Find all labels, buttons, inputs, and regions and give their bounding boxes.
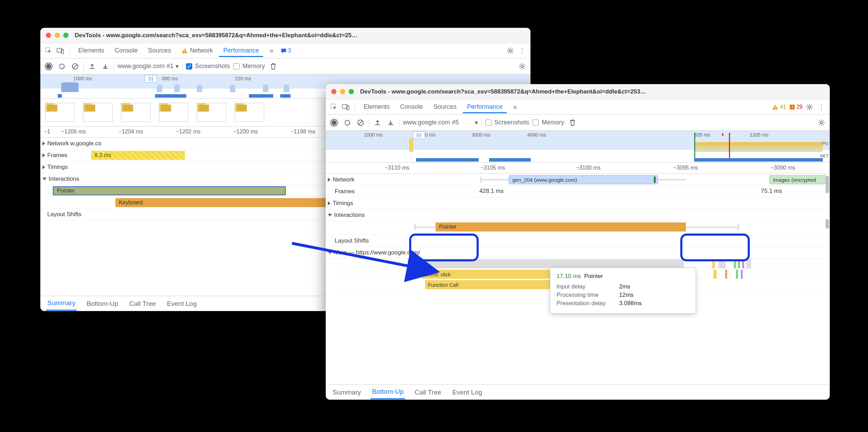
disclosure-right-icon[interactable] bbox=[42, 141, 45, 146]
settings-icon[interactable] bbox=[817, 118, 826, 128]
issues-badge[interactable]: 3 bbox=[281, 48, 291, 54]
interaction-pointer-bar[interactable]: Pointer bbox=[436, 222, 686, 231]
tab-bottom-up[interactable]: Bottom-Up bbox=[371, 385, 405, 399]
interaction-pointer-bar[interactable]: Pointer bbox=[53, 186, 286, 195]
track-interactions[interactable]: Interactions bbox=[326, 209, 830, 221]
time-axis[interactable]: −3110 ms −3105 ms −3100 ms −3095 ms −309… bbox=[326, 163, 830, 174]
flame-tiny[interactable] bbox=[746, 259, 751, 268]
inspect-element-icon[interactable] bbox=[44, 46, 54, 56]
tab-network[interactable]: Network bbox=[177, 44, 217, 57]
flame-paint[interactable] bbox=[734, 259, 736, 268]
flame-layout[interactable] bbox=[408, 259, 410, 268]
tab-summary[interactable]: Summary bbox=[46, 296, 77, 311]
screenshots-toggle[interactable]: ✓ Screenshots bbox=[186, 63, 230, 70]
minimize-icon[interactable] bbox=[55, 33, 60, 38]
record-button[interactable] bbox=[44, 62, 54, 71]
frame-bar[interactable]: 8.3 ms bbox=[91, 151, 185, 160]
reload-record-button[interactable] bbox=[57, 62, 67, 71]
clear-button[interactable] bbox=[356, 118, 365, 128]
track-network[interactable]: Network gen_204 (www.google.com) images … bbox=[326, 174, 830, 186]
maximize-icon[interactable] bbox=[63, 33, 68, 38]
range-handle[interactable] bbox=[145, 75, 157, 83]
flame-tiny[interactable] bbox=[712, 259, 715, 268]
vertical-scrollbar[interactable] bbox=[826, 176, 829, 193]
device-toggle-icon[interactable] bbox=[56, 46, 65, 56]
screenshots-toggle[interactable]: Screenshots bbox=[485, 119, 529, 126]
tab-elements[interactable]: Elements bbox=[74, 44, 108, 57]
screenshot-thumb[interactable] bbox=[121, 103, 151, 122]
disclosure-down-icon[interactable] bbox=[42, 178, 47, 180]
range-handle[interactable] bbox=[413, 131, 425, 139]
memory-toggle[interactable]: Memory bbox=[233, 63, 265, 70]
reload-record-button[interactable] bbox=[342, 118, 352, 128]
trash-icon[interactable] bbox=[268, 62, 278, 71]
kebab-menu-icon[interactable]: ⋮ bbox=[517, 46, 527, 56]
tab-console[interactable]: Console bbox=[111, 44, 142, 57]
close-icon[interactable] bbox=[46, 33, 51, 38]
disclosure-down-icon[interactable] bbox=[328, 251, 332, 254]
screenshot-thumb[interactable] bbox=[83, 103, 113, 122]
upload-icon[interactable] bbox=[373, 118, 382, 128]
upload-icon[interactable] bbox=[87, 62, 97, 71]
tab-performance[interactable]: Performance bbox=[219, 44, 263, 57]
flame-composite[interactable] bbox=[742, 259, 744, 268]
clear-button[interactable] bbox=[70, 62, 80, 71]
memory-toggle[interactable]: Memory bbox=[533, 119, 564, 126]
kebab-menu-icon[interactable]: ⋮ bbox=[817, 102, 826, 112]
inspect-element-icon[interactable] bbox=[329, 102, 339, 112]
flame-paint[interactable] bbox=[736, 270, 738, 279]
download-icon[interactable] bbox=[100, 62, 110, 71]
tab-call-tree[interactable]: Call Tree bbox=[413, 386, 443, 399]
tab-sources[interactable]: Sources bbox=[429, 100, 461, 113]
network-request-images[interactable]: images (encrypted bbox=[769, 175, 826, 184]
timeline-overview[interactable]: 1000 ms 000 ms 3000 ms 4000 ms 335 ms 13… bbox=[326, 131, 830, 163]
flame-tiny[interactable] bbox=[725, 270, 727, 279]
trash-icon[interactable] bbox=[568, 118, 577, 128]
tab-elements[interactable]: Elements bbox=[359, 100, 394, 113]
screenshot-thumb[interactable] bbox=[235, 103, 264, 122]
flame-layout[interactable] bbox=[416, 270, 419, 279]
vertical-scrollbar[interactable] bbox=[826, 219, 829, 229]
tab-sources[interactable]: Sources bbox=[144, 44, 175, 57]
flame-paint[interactable] bbox=[738, 259, 740, 268]
tab-bottom-up[interactable]: Bottom-Up bbox=[85, 297, 120, 310]
screenshot-thumb[interactable] bbox=[159, 103, 188, 122]
tab-console[interactable]: Console bbox=[396, 100, 427, 113]
screenshot-thumb[interactable] bbox=[45, 103, 75, 122]
tab-performance[interactable]: Performance bbox=[463, 100, 507, 113]
interaction-pointer-row[interactable]: Pointer bbox=[326, 221, 830, 235]
disclosure-right-icon[interactable] bbox=[328, 201, 331, 205]
flame-composite[interactable] bbox=[741, 270, 743, 279]
flame-task[interactable]: Task bbox=[415, 259, 684, 268]
settings-icon[interactable] bbox=[805, 102, 814, 112]
warning-badge[interactable]: 41 bbox=[772, 104, 786, 110]
disclosure-down-icon[interactable] bbox=[328, 214, 332, 217]
track-frames[interactable]: Frames 428.1 ms 75.1 ms bbox=[326, 186, 830, 197]
flame-tiny[interactable] bbox=[713, 270, 717, 279]
tab-more[interactable]: » bbox=[509, 100, 521, 114]
session-select[interactable]: www.google.com #1 ▾ bbox=[117, 63, 179, 70]
tab-more[interactable]: » bbox=[265, 44, 277, 57]
disclosure-right-icon[interactable] bbox=[42, 153, 45, 157]
maximize-icon[interactable] bbox=[349, 89, 354, 94]
screenshot-thumb[interactable] bbox=[197, 103, 226, 122]
settings-icon[interactable] bbox=[505, 46, 515, 56]
settings-icon[interactable] bbox=[517, 62, 527, 71]
tab-event-log[interactable]: Event Log bbox=[165, 297, 198, 310]
download-icon[interactable] bbox=[386, 118, 396, 128]
network-request-gen204[interactable]: gen_204 (www.google.com) bbox=[509, 175, 658, 184]
device-toggle-icon[interactable] bbox=[341, 102, 351, 112]
disclosure-right-icon[interactable] bbox=[42, 165, 45, 169]
tab-summary[interactable]: Summary bbox=[331, 386, 362, 399]
flame-tiny[interactable] bbox=[719, 259, 725, 268]
minimize-icon[interactable] bbox=[340, 89, 345, 94]
close-icon[interactable] bbox=[331, 89, 336, 94]
track-layout-shifts[interactable]: Layout Shifts bbox=[326, 235, 830, 247]
track-main[interactable]: Main — https://www.google.com/ bbox=[326, 247, 830, 259]
disclosure-right-icon[interactable] bbox=[328, 178, 331, 182]
record-button[interactable] bbox=[329, 118, 339, 128]
track-timings[interactable]: Timings bbox=[326, 197, 830, 209]
session-select[interactable]: www.google.com #5 ▾ bbox=[403, 119, 478, 127]
error-badge[interactable]: 29 bbox=[789, 104, 803, 110]
tab-call-tree[interactable]: Call Tree bbox=[128, 297, 157, 310]
